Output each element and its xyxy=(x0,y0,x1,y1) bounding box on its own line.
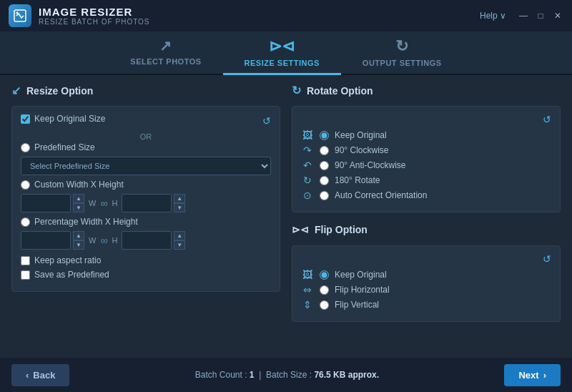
keep-aspect-checkbox[interactable] xyxy=(21,256,30,265)
pct-height-down[interactable]: ▼ xyxy=(174,240,185,250)
custom-wh-radio[interactable] xyxy=(21,180,30,190)
tab-resize-settings[interactable]: ⊳⊲ RESIZE SETTINGS xyxy=(223,31,341,75)
app-subtitle: RESIZE BATCH OF PHOTOS xyxy=(39,18,480,26)
tab-select-photos[interactable]: ↗ SELECT PHOTOS xyxy=(109,31,222,75)
rotate-90acw-label: 90° Anti-Clockwise xyxy=(335,160,406,170)
or-divider: OR xyxy=(21,132,271,141)
pct-h-label: H xyxy=(112,236,117,245)
rotate-90cw-radio[interactable] xyxy=(320,146,329,155)
predefined-size-row: Predefined Size xyxy=(21,142,271,152)
percentage-wh-radio[interactable] xyxy=(21,217,30,227)
flip-option-title: Flip Option xyxy=(315,224,368,235)
custom-wh-row: Custom Width X Height xyxy=(21,180,271,190)
pct-height-input[interactable]: 100 xyxy=(122,231,172,250)
keep-aspect-row: Keep aspect ratio xyxy=(21,255,271,265)
predefined-size-select[interactable]: Select Predefined Size xyxy=(21,157,271,175)
flip-reset-button[interactable]: ↺ xyxy=(543,253,551,265)
rotate-auto-radio[interactable] xyxy=(320,191,329,200)
predefined-size-label: Predefined Size xyxy=(34,142,95,152)
flip-horizontal-icon: ⇔ xyxy=(301,284,314,295)
custom-height-down[interactable]: ▼ xyxy=(174,203,185,212)
resize-option-title: Resize Option xyxy=(26,85,93,97)
rotate-keep-icon: 🖼 xyxy=(301,129,314,141)
resize-reset-button[interactable]: ↺ xyxy=(262,115,271,127)
custom-width-spinner[interactable]: ▲ ▼ xyxy=(73,194,84,212)
predefined-size-radio[interactable] xyxy=(21,143,30,152)
flip-keep-original-radio[interactable] xyxy=(320,270,329,280)
pct-width-spinner[interactable]: ▲ ▼ xyxy=(73,231,84,250)
rotate-reset-button[interactable]: ↺ xyxy=(543,114,551,125)
flip-horizontal-radio[interactable] xyxy=(320,285,329,295)
custom-h-label: H xyxy=(112,199,117,207)
flip-card-header: ↺ xyxy=(301,253,551,265)
pct-width-down[interactable]: ▼ xyxy=(73,240,84,250)
rotate-90acw-row: ↶ 90° Anti-Clockwise xyxy=(301,160,551,171)
batch-size-label: Batch Size : xyxy=(266,370,312,380)
bottom-bar: ‹ Back Batch Count : 1 | Batch Size : 76… xyxy=(0,358,572,392)
infinity-icon: ∞ xyxy=(100,197,107,209)
custom-height-up[interactable]: ▲ xyxy=(174,194,185,203)
close-button[interactable]: ✕ xyxy=(552,10,563,21)
custom-height-spinner[interactable]: ▲ ▼ xyxy=(174,194,185,212)
custom-w-label: W xyxy=(89,199,96,207)
flip-keep-icon: 🖼 xyxy=(301,269,314,280)
svg-point-1 xyxy=(16,12,19,14)
select-photos-icon: ↗ xyxy=(159,37,172,54)
batch-separator: | xyxy=(259,370,261,380)
custom-width-up[interactable]: ▲ xyxy=(73,194,84,203)
resize-option-icon: ↙ xyxy=(11,84,21,97)
percentage-wh-inputs: 100 ▲ ▼ W ∞ H 100 ▲ ▼ xyxy=(21,231,271,250)
batch-count-label: Batch Count : xyxy=(195,370,247,380)
flip-horizontal-label: Flip Horizontal xyxy=(335,285,390,295)
batch-info: Batch Count : 1 | Batch Size : 76.5 KB a… xyxy=(78,370,495,380)
resize-card-header: Keep Original Size ↺ xyxy=(21,114,271,128)
rotate-keep-original-radio[interactable] xyxy=(320,131,329,140)
rotate-90cw-row: ↷ 90° Clockwise xyxy=(301,144,551,156)
save-predefined-label: Save as Predefined xyxy=(34,270,109,280)
rotate-flip-panel: ↻ Rotate Option ↺ 🖼 Keep Original ↷ 90° … xyxy=(292,84,561,349)
batch-size-value: 76.5 KB approx. xyxy=(314,370,379,380)
tab-output-settings[interactable]: ↻ OUTPUT SETTINGS xyxy=(341,31,463,75)
back-button[interactable]: ‹ Back xyxy=(11,364,69,386)
pct-width-input[interactable]: 100 xyxy=(21,231,71,250)
logo-icon xyxy=(13,9,27,23)
pct-w-label: W xyxy=(89,236,96,245)
next-button[interactable]: Next › xyxy=(504,364,561,386)
flip-vertical-icon: ⇕ xyxy=(301,299,314,310)
tab-resize-settings-label: RESIZE SETTINGS xyxy=(245,59,320,67)
rotate-180-row: ↻ 180° Rotate xyxy=(301,175,551,186)
flip-keep-original-row: 🖼 Keep Original xyxy=(301,269,551,280)
custom-height-input[interactable]: 490 xyxy=(122,194,172,212)
pct-height-spinner[interactable]: ▲ ▼ xyxy=(174,231,185,250)
rotate-option-title: Rotate Option xyxy=(307,85,373,97)
resize-panel: ↙ Resize Option Keep Original Size ↺ OR … xyxy=(11,84,280,349)
resize-option-card: Keep Original Size ↺ OR Predefined Size … xyxy=(11,106,280,292)
rotate-option-icon: ↻ xyxy=(292,84,301,97)
rotate-option-card: ↺ 🖼 Keep Original ↷ 90° Clockwise ↶ 90° … xyxy=(292,106,561,212)
window-controls: Help ∨ — □ ✕ xyxy=(480,10,563,21)
save-predefined-checkbox[interactable] xyxy=(21,270,30,280)
flip-option-header: ⊳⊲ Flip Option xyxy=(292,224,561,235)
flip-vertical-radio[interactable] xyxy=(320,300,329,310)
rotate-90acw-radio[interactable] xyxy=(320,161,329,170)
app-logo xyxy=(9,4,31,27)
pct-height-up[interactable]: ▲ xyxy=(174,231,185,240)
rotate-90cw-icon: ↷ xyxy=(301,144,314,156)
output-settings-icon: ↻ xyxy=(395,37,409,56)
nav-tabs: ↗ SELECT PHOTOS ⊳⊲ RESIZE SETTINGS ↻ OUT… xyxy=(0,31,572,75)
main-content: ↙ Resize Option Keep Original Size ↺ OR … xyxy=(0,75,572,358)
pct-infinity-icon: ∞ xyxy=(100,235,107,246)
keep-aspect-label: Keep aspect ratio xyxy=(34,255,101,265)
flip-option-card: ↺ 🖼 Keep Original ⇔ Flip Horizontal ⇕ Fl… xyxy=(292,245,561,322)
maximize-button[interactable]: □ xyxy=(535,10,546,21)
custom-width-down[interactable]: ▼ xyxy=(73,203,84,212)
rotate-180-radio[interactable] xyxy=(320,176,329,185)
help-button[interactable]: Help ∨ xyxy=(480,11,506,21)
rotate-auto-label: Auto Correct Orientation xyxy=(335,190,427,200)
keep-original-size-checkbox[interactable] xyxy=(21,114,30,124)
minimize-button[interactable]: — xyxy=(518,10,529,21)
tab-select-photos-label: SELECT PHOTOS xyxy=(130,57,201,66)
custom-width-input[interactable]: 864 xyxy=(21,194,71,212)
pct-width-up[interactable]: ▲ xyxy=(73,231,84,240)
flip-horizontal-row: ⇔ Flip Horizontal xyxy=(301,284,551,295)
